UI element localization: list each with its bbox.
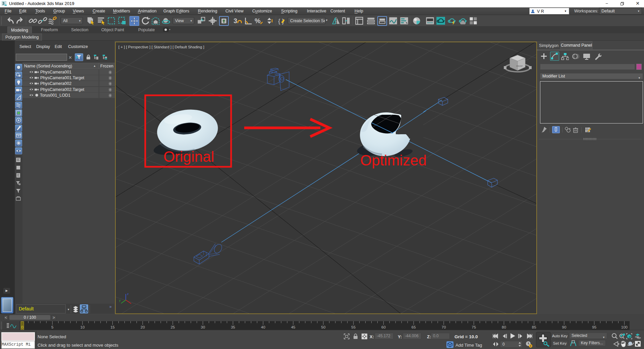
svg-text:25: 25: [171, 325, 175, 329]
svg-text:80: 80: [502, 325, 506, 329]
svg-text:0: 0: [21, 325, 23, 329]
svg-text:20: 20: [141, 325, 145, 329]
svg-text:3: 3: [233, 17, 237, 24]
svg-text:15: 15: [110, 325, 115, 329]
svg-text:45: 45: [291, 325, 296, 329]
svg-text:70: 70: [442, 325, 446, 329]
svg-text:3: 3: [2, 1, 4, 5]
svg-text:55: 55: [351, 325, 356, 329]
svg-text:5: 5: [51, 325, 53, 329]
svg-text:FRONT: FRONT: [517, 65, 523, 67]
svg-text:50: 50: [321, 325, 326, 329]
svg-text:%: %: [255, 17, 261, 24]
svg-text:30: 30: [201, 325, 205, 329]
svg-text:40: 40: [261, 325, 265, 329]
svg-text:90: 90: [562, 325, 567, 329]
svg-text:z: z: [127, 292, 129, 296]
svg-text:65: 65: [412, 325, 416, 329]
svg-text:85: 85: [532, 325, 536, 329]
svg-text:60: 60: [381, 325, 386, 329]
svg-text:75: 75: [472, 325, 476, 329]
svg-text:35: 35: [231, 325, 235, 329]
svg-text:95: 95: [592, 325, 596, 329]
svg-text:y: y: [119, 299, 121, 302]
svg-text:Optimized: Optimized: [360, 152, 427, 168]
svg-text:Original: Original: [163, 148, 214, 165]
svg-text:[ + ] [ Perspective ] [ Standa: [ + ] [ Perspective ] [ Standard ] [ Def…: [118, 45, 204, 49]
svg-text:10: 10: [80, 325, 85, 329]
svg-text:100: 100: [621, 325, 628, 329]
